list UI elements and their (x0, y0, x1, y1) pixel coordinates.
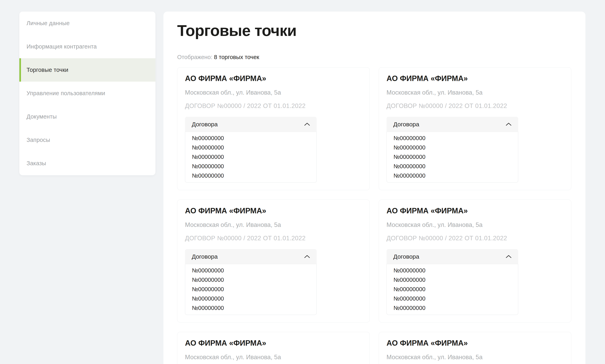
contract-item[interactable]: №00000000 (387, 133, 518, 143)
card-title: АО ФИРМА «ФИРМА» (386, 206, 564, 215)
contracts-dropdown-toggle[interactable]: Договора (386, 249, 518, 264)
shown-label: Отображено: (177, 54, 212, 60)
contract-item[interactable]: №00000000 (387, 294, 518, 303)
sidebar-item[interactable]: Заказы (19, 152, 155, 175)
contract-item[interactable]: №00000000 (387, 285, 518, 294)
sidebar-item-label: Личные данные (26, 20, 70, 26)
contract-item[interactable]: №00000000 (387, 275, 518, 285)
card-contract-line: ДОГОВОР №00000 / 2022 ОТ 01.01.2022 (185, 102, 362, 110)
contract-item[interactable]: №00000000 (387, 303, 518, 313)
card-address: Московская обл., ул. Иванова, 5а (185, 353, 362, 361)
chevron-up-icon (506, 255, 511, 258)
card-address: Московская обл., ул. Иванова, 5а (185, 221, 362, 229)
page-title: Торговые точки (177, 22, 572, 39)
sidebar-item[interactable]: Управление пользователями (19, 82, 155, 105)
contract-item[interactable]: №00000000 (387, 171, 518, 180)
contract-item[interactable]: №00000000 (185, 171, 316, 180)
contracts-dropdown-label: Договора (393, 121, 419, 128)
trading-point-card: АО ФИРМА «ФИРМА» Московская обл., ул. Ив… (177, 200, 370, 323)
sidebar-nav: Личные данныеИнформация контрагентаТорго… (19, 12, 155, 175)
trading-point-card: АО ФИРМА «ФИРМА» Московская обл., ул. Ив… (379, 200, 571, 323)
sidebar-item-label: Документы (26, 113, 57, 120)
contracts-dropdown-label: Договора (192, 253, 218, 260)
shown-counter: Отображено: 8 торговых точек (177, 53, 572, 61)
sidebar-item-label: Запросы (26, 137, 50, 143)
contract-item[interactable]: №00000000 (387, 152, 518, 162)
card-title: АО ФИРМА «ФИРМА» (185, 338, 362, 348)
trading-point-card: АО ФИРМА «ФИРМА» Московская обл., ул. Ив… (379, 67, 571, 190)
card-contract-line: ДОГОВОР №00000 / 2022 ОТ 01.01.2022 (386, 102, 564, 110)
sidebar-item[interactable]: Личные данные (19, 12, 155, 35)
contracts-dropdown-toggle[interactable]: Договора (386, 117, 518, 132)
card-contract-line: ДОГОВОР №00000 / 2022 ОТ 01.01.2022 (185, 234, 362, 242)
contract-item[interactable]: №00000000 (387, 162, 518, 171)
cards-grid: АО ФИРМА «ФИРМА» Московская обл., ул. Ив… (177, 67, 572, 364)
page: { "theme": { "accent_green": "#8fc640", … (0, 0, 605, 364)
contract-item[interactable]: №00000000 (387, 266, 518, 275)
contracts-dropdown: Договора №00000000№00000000№00000000№000… (185, 249, 317, 315)
main-panel: Торговые точки Отображено: 8 торговых то… (163, 12, 585, 364)
contract-item[interactable]: №00000000 (185, 133, 316, 143)
card-title: АО ФИРМА «ФИРМА» (185, 206, 362, 215)
chevron-up-icon (506, 123, 511, 126)
contracts-list: №00000000№00000000№00000000№00000000№000… (185, 264, 317, 315)
contracts-dropdown: Договора №00000000№00000000№00000000№000… (386, 249, 518, 315)
contract-item[interactable]: №00000000 (185, 152, 316, 162)
chevron-up-icon (304, 255, 310, 258)
sidebar: Личные данныеИнформация контрагентаТорго… (19, 12, 155, 175)
contract-item[interactable]: №00000000 (185, 285, 316, 294)
contract-item[interactable]: №00000000 (185, 294, 316, 303)
contract-item[interactable]: №00000000 (387, 143, 518, 152)
sidebar-item[interactable]: Документы (19, 105, 155, 128)
contract-item[interactable]: №00000000 (185, 275, 316, 285)
contracts-dropdown-label: Договора (192, 121, 218, 128)
sidebar-item-label: Информация контрагента (26, 43, 97, 50)
card-title: АО ФИРМА «ФИРМА» (185, 74, 362, 83)
card-title: АО ФИРМА «ФИРМА» (386, 338, 564, 348)
contracts-dropdown-toggle[interactable]: Договора (185, 117, 317, 132)
card-title: АО ФИРМА «ФИРМА» (386, 74, 564, 83)
contracts-dropdown: Договора №00000000№00000000№00000000№000… (185, 117, 317, 182)
card-address: Московская обл., ул. Иванова, 5а (386, 353, 564, 361)
card-address: Московская обл., ул. Иванова, 5а (386, 89, 564, 96)
trading-point-card: АО ФИРМА «ФИРМА» Московская обл., ул. Ив… (177, 332, 370, 364)
sidebar-item[interactable]: Торговые точки (19, 58, 155, 82)
trading-point-card: АО ФИРМА «ФИРМА» Московская обл., ул. Ив… (379, 332, 571, 364)
card-contract-line: ДОГОВОР №00000 / 2022 ОТ 01.01.2022 (386, 234, 564, 242)
card-address: Московская обл., ул. Иванова, 5а (185, 89, 362, 96)
contracts-dropdown: Договора №00000000№00000000№00000000№000… (386, 117, 518, 182)
contract-item[interactable]: №00000000 (185, 162, 316, 171)
contracts-list: №00000000№00000000№00000000№00000000№000… (386, 264, 518, 315)
contract-item[interactable]: №00000000 (185, 143, 316, 152)
chevron-up-icon (304, 123, 310, 126)
sidebar-item-label: Управление пользователями (26, 90, 105, 97)
contracts-list: №00000000№00000000№00000000№00000000№000… (386, 132, 518, 182)
sidebar-item-label: Торговые точки (26, 67, 68, 73)
contract-item[interactable]: №00000000 (185, 303, 316, 313)
sidebar-item[interactable]: Запросы (19, 128, 155, 152)
contracts-dropdown-toggle[interactable]: Договора (185, 249, 317, 264)
card-address: Московская обл., ул. Иванова, 5а (386, 221, 564, 229)
trading-point-card: АО ФИРМА «ФИРМА» Московская обл., ул. Ив… (177, 67, 370, 190)
sidebar-item[interactable]: Информация контрагента (19, 35, 155, 58)
contracts-list: №00000000№00000000№00000000№00000000№000… (185, 132, 317, 182)
contract-item[interactable]: №00000000 (185, 266, 316, 275)
sidebar-item-label: Заказы (26, 160, 46, 167)
shown-value: 8 торговых точек (214, 54, 259, 60)
contracts-dropdown-label: Договора (393, 253, 419, 260)
